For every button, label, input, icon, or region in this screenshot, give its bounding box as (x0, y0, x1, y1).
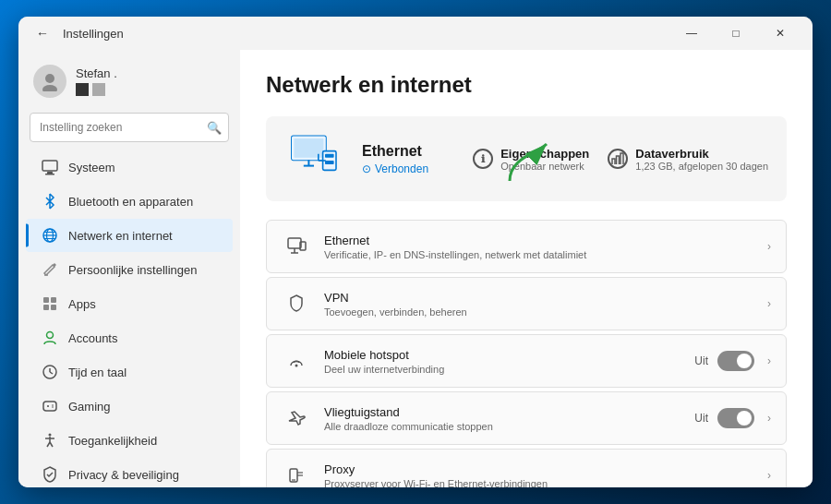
search-box: 🔍 (30, 113, 229, 142)
avatar (33, 65, 66, 98)
svg-line-28 (50, 442, 53, 447)
settings-list: Ethernet Verificatie, IP- en DNS-instell… (266, 220, 787, 487)
svg-point-22 (52, 404, 54, 406)
window-controls: — □ ✕ (670, 18, 801, 48)
settings-item-proxy[interactable]: Proxy Proxyserver voor Wi-Fi- en Etherne… (266, 449, 787, 487)
info-icon: ℹ (473, 149, 493, 169)
settings-window: ← Instellingen — □ ✕ Stefan . (18, 17, 813, 487)
sidebar-item-accounts[interactable]: Accounts (26, 321, 233, 354)
connection-state: Verbonden (362, 162, 454, 175)
privacy-icon (41, 465, 59, 484)
search-icon: 🔍 (207, 121, 222, 135)
settings-item-vliegtuig[interactable]: Vliegtuigstand Alle draadloze communicat… (266, 391, 787, 445)
dataverbruik-action[interactable]: Dataverbruik 1,23 GB, afgelopen 30 dagen (608, 147, 768, 172)
svg-rect-3 (47, 172, 53, 174)
user-info: Stefan . (76, 66, 117, 96)
ethernet-item-info: Ethernet Verificatie, IP- en DNS-instell… (324, 234, 764, 260)
sidebar-item-systeem[interactable]: Systeem (26, 150, 233, 184)
sidebar-item-privacy[interactable]: Privacy & beveiliging (26, 458, 233, 487)
svg-rect-35 (325, 154, 334, 158)
ethernet-item-icon (282, 232, 311, 261)
chevron-icon: › (767, 240, 771, 253)
svg-point-15 (47, 332, 54, 339)
maximize-button[interactable]: □ (715, 18, 757, 48)
svg-rect-13 (43, 305, 49, 310)
proxy-item-icon (282, 461, 311, 487)
sidebar-item-toegankelijkheid[interactable]: Toegankelijkheid (26, 424, 233, 457)
apps-icon (41, 294, 59, 313)
sidebar: Stefan . 🔍 (18, 50, 240, 487)
window-title: Instellingen (63, 27, 124, 41)
chevron-icon: › (767, 412, 771, 425)
ethernet-item-right: › (764, 240, 771, 253)
badge-windows (76, 83, 89, 96)
vpn-item-icon (282, 289, 311, 318)
svg-rect-4 (45, 174, 54, 175)
sidebar-item-gaming[interactable]: Gaming (26, 390, 233, 423)
svg-rect-14 (51, 305, 56, 310)
user-name: Stefan . (76, 66, 117, 80)
user-badges (76, 83, 117, 96)
tijd-icon (41, 363, 59, 381)
data-icon (608, 149, 628, 169)
settings-item-hotspot[interactable]: Mobiele hotspot Deel uw internetverbindi… (266, 334, 787, 388)
minimize-button[interactable]: — (670, 18, 713, 48)
vpn-item-right: › (764, 297, 771, 310)
dataverbruik-info: Dataverbruik 1,23 GB, afgelopen 30 dagen (635, 147, 768, 172)
user-section: Stefan . (18, 57, 240, 109)
settings-item-ethernet[interactable]: Ethernet Verificatie, IP- en DNS-instell… (266, 220, 787, 273)
sidebar-item-persoonlijk[interactable]: Persoonlijke instellingen (26, 253, 233, 286)
svg-rect-11 (43, 297, 49, 303)
hotspot-item-icon (282, 346, 311, 376)
persoonlijk-icon (41, 260, 59, 279)
chevron-icon: › (767, 297, 771, 310)
vpn-item-info: VPN Toevoegen, verbinden, beheren (324, 291, 764, 318)
hotspot-item-right: Uit › (694, 351, 771, 371)
svg-point-0 (45, 74, 54, 83)
connection-status: Ethernet Verbonden (362, 143, 454, 175)
hotspot-item-info: Mobiele hotspot Deel uw internetverbindi… (324, 348, 694, 375)
svg-line-18 (50, 372, 53, 374)
ethernet-graphic (284, 131, 343, 186)
main-content: Netwerk en internet (240, 50, 813, 487)
status-actions: ℹ Eigenschappen Openbaar netwerk (473, 147, 768, 172)
search-input[interactable] (30, 113, 229, 142)
sidebar-item-apps[interactable]: Apps (26, 287, 233, 320)
svg-point-24 (49, 434, 52, 437)
toegankelijkheid-icon (41, 431, 59, 450)
sidebar-item-tijd[interactable]: Tijd en taal (26, 355, 233, 389)
vliegtuig-toggle[interactable] (717, 408, 754, 428)
proxy-item-right: › (764, 469, 771, 482)
systeem-icon (41, 158, 59, 176)
chevron-icon: › (767, 354, 771, 367)
settings-item-vpn[interactable]: VPN Toevoegen, verbinden, beheren › (266, 277, 787, 330)
proxy-item-info: Proxy Proxyserver voor Wi-Fi- en Etherne… (324, 462, 764, 488)
svg-point-1 (42, 85, 57, 91)
netwerk-icon (41, 226, 59, 245)
sidebar-item-netwerk[interactable]: Netwerk en internet (26, 219, 233, 252)
svg-rect-36 (325, 161, 334, 164)
vliegtuig-item-right: Uit › (694, 408, 771, 428)
page-title: Netwerk en internet (266, 72, 787, 98)
svg-rect-2 (42, 161, 57, 171)
chevron-icon: › (767, 469, 771, 482)
accounts-icon (41, 329, 59, 347)
svg-rect-12 (51, 297, 56, 303)
svg-rect-40 (288, 238, 301, 248)
titlebar: ← Instellingen — □ ✕ (18, 17, 813, 50)
back-button[interactable]: ← (30, 20, 55, 46)
status-card: Ethernet Verbonden (266, 116, 787, 201)
svg-point-23 (52, 406, 54, 408)
bluetooth-icon (41, 192, 59, 210)
svg-rect-19 (43, 402, 56, 411)
vliegtuig-item-icon (282, 403, 311, 433)
vliegtuig-item-info: Vliegtuigstand Alle draadloze communicat… (324, 405, 694, 432)
nav-list: Systeem Bluetooth en apparaten (18, 150, 240, 487)
badge-account (92, 83, 105, 96)
close-button[interactable]: ✕ (759, 18, 801, 48)
svg-point-45 (295, 365, 298, 367)
hotspot-toggle[interactable] (717, 351, 754, 371)
svg-rect-31 (294, 138, 323, 158)
sidebar-item-bluetooth[interactable]: Bluetooth en apparaten (26, 185, 233, 218)
content-area: Stefan . 🔍 (18, 50, 813, 487)
